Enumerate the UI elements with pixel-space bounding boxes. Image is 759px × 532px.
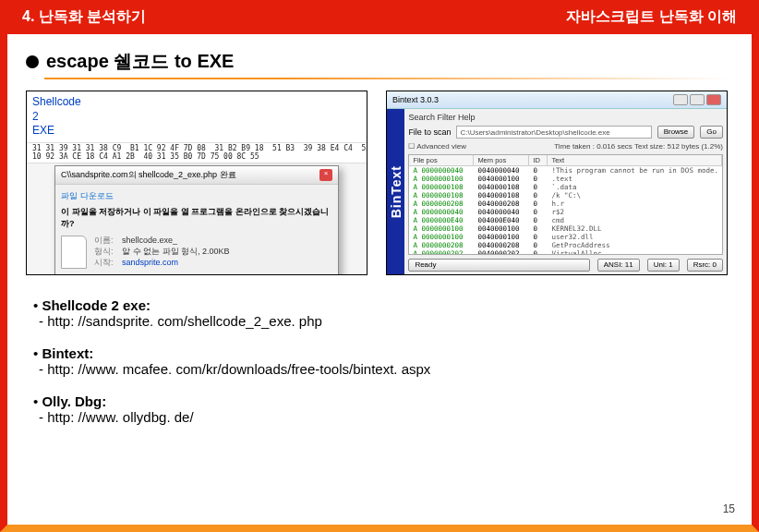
table-row[interactable]: A 000000010000400001000KERNEL32.DLL <box>409 224 722 233</box>
status-text: Time taken : 0.016 secs Text size: 512 b… <box>554 142 723 151</box>
status-ready: Ready <box>408 259 589 272</box>
section-title: escape 쉘코드 to EXE <box>46 49 234 74</box>
section-title-row: escape 쉘코드 to EXE <box>26 49 733 74</box>
download-dialog: C\\sandsprite.com의 shellcode_2_exe.php 완… <box>54 165 339 275</box>
table-row[interactable]: A 000000020200400002020VirtualAlloc <box>409 249 722 255</box>
file-source: sandsprite.com <box>122 258 178 267</box>
table-row[interactable]: A 000000004000400000400r$2 <box>409 208 722 216</box>
dialog-titlebar: C\\sandsprite.com의 shellcode_2_exe.php 완… <box>55 166 338 185</box>
browse-button[interactable]: Browse <box>657 126 695 139</box>
screenshot-shellcode2exe: Shellcode 2 EXE 31 31 39 31 31 38 C9 B1 … <box>26 91 367 275</box>
file-path-input[interactable]: C:\Users\administrator\Desktop\shellcode… <box>456 126 651 139</box>
label: 형식: <box>94 247 122 258</box>
table-row[interactable]: A 000000020800400002080h.r <box>409 200 722 208</box>
header-left: 4. 난독화 분석하기 <box>22 7 146 27</box>
label: 이름: <box>94 236 122 247</box>
minimize-icon[interactable] <box>673 94 688 105</box>
go-button[interactable]: Go <box>700 126 723 139</box>
save-button[interactable]: 저장(S) <box>178 274 226 275</box>
table-row[interactable]: A 000000010000400001000user32.dll <box>409 233 722 241</box>
file-meta: 이름:shellcode.exe_ 형식:알 수 없는 파일 형식, 2.00K… <box>94 236 230 268</box>
status-rsrc: Rsrc: 0 <box>687 259 723 272</box>
screenshot-bintext: Bintext 3.0.3 BinText Search Filter Help… <box>386 91 728 275</box>
window-titlebar: Bintext 3.0.3 <box>387 91 727 109</box>
app-title-line: 2 <box>32 110 361 125</box>
hex-dump: 31 31 39 31 31 38 C9 B1 1C 92 4F 7D 08 3… <box>27 142 367 164</box>
bullet-icon <box>26 55 39 68</box>
window-buttons <box>673 94 721 105</box>
note-title: Olly. Dbg: <box>42 393 106 409</box>
page-number: 15 <box>723 502 735 515</box>
dialog-tab: 파일 다운로드 <box>61 190 332 202</box>
table-row[interactable]: A 000000020800400002080GetProcAddress <box>409 241 722 249</box>
notes-list: • Shellcode 2 exe: - http: //sandsprite.… <box>7 297 752 425</box>
file-name: shellcode.exe_ <box>122 236 177 245</box>
maximize-icon[interactable] <box>690 94 705 105</box>
file-label: File to scan <box>408 127 451 137</box>
col-mempos: Mem pos <box>474 155 529 165</box>
app-title-line: Shellcode <box>32 95 361 110</box>
close-icon[interactable] <box>706 94 721 105</box>
list-header: File pos Mem pos ID Text <box>409 155 722 166</box>
status-ansi: ANSI: 11 <box>597 259 640 272</box>
note-title: Bintext: <box>42 345 93 361</box>
adv-label: Advanced view <box>416 142 466 151</box>
note-item: • Olly. Dbg: - http: //www. ollydbg. de/ <box>33 393 726 425</box>
table-row[interactable]: A 000000010800400001080`.data <box>409 183 722 191</box>
table-row[interactable]: A 000000010000400001000.text <box>409 175 722 183</box>
note-title: Shellcode 2 exe: <box>42 297 151 313</box>
file-icon <box>61 236 87 269</box>
file-type: 알 수 없는 파일 형식, 2.00KB <box>122 247 230 256</box>
window-title: Bintext 3.0.3 <box>392 95 439 104</box>
find-button[interactable]: 찾기(F) <box>121 274 169 275</box>
app-title: Shellcode 2 EXE <box>27 91 367 142</box>
col-text: Text <box>548 155 722 165</box>
close-icon[interactable]: × <box>319 169 332 181</box>
table-row[interactable]: A 000000004000400000400!This program can… <box>409 166 722 175</box>
note-link: http: //www. ollydbg. de/ <box>47 409 193 425</box>
status-uni: Uni: 1 <box>647 259 680 272</box>
slide-header: 4. 난독화 분석하기 자바스크립트 난독화 이해 <box>7 0 752 34</box>
advanced-view-checkbox[interactable]: ☐ Advanced view <box>408 142 466 151</box>
dialog-title-text: C\\sandsprite.com의 shellcode_2_exe.php 완… <box>61 169 236 181</box>
note-item: • Shellcode 2 exe: - http: //sandsprite.… <box>33 297 726 329</box>
note-link: http: //www. mcafee. com/kr/downloads/fr… <box>47 361 430 377</box>
note-link: http: //sandsprite. com/shellcode_2_exe.… <box>47 313 322 329</box>
col-filepos: File pos <box>409 155 474 165</box>
app-title-line: EXE <box>32 124 361 139</box>
header-right: 자바스크립트 난독화 이해 <box>566 7 737 27</box>
dialog-prompt: 이 파일을 저장하거나 이 파일을 열 프로그램을 온라인으로 찾으시겠습니까? <box>61 207 329 228</box>
divider <box>44 78 733 79</box>
table-row[interactable]: A 000000010800400001080/k "C:\ <box>409 191 722 200</box>
cancel-button[interactable]: 취소 <box>235 274 272 275</box>
note-item: • Bintext: - http: //www. mcafee. com/kr… <box>33 345 726 377</box>
table-row[interactable]: A 0000000E40004000E0400cmd <box>409 216 722 224</box>
label: 시작: <box>94 258 122 269</box>
sidebar-brand: BinText <box>387 109 404 275</box>
results-list[interactable]: File pos Mem pos ID Text A 0000000040004… <box>408 154 723 255</box>
col-id: ID <box>529 155 548 165</box>
menu-bar[interactable]: Search Filter Help <box>408 113 723 122</box>
